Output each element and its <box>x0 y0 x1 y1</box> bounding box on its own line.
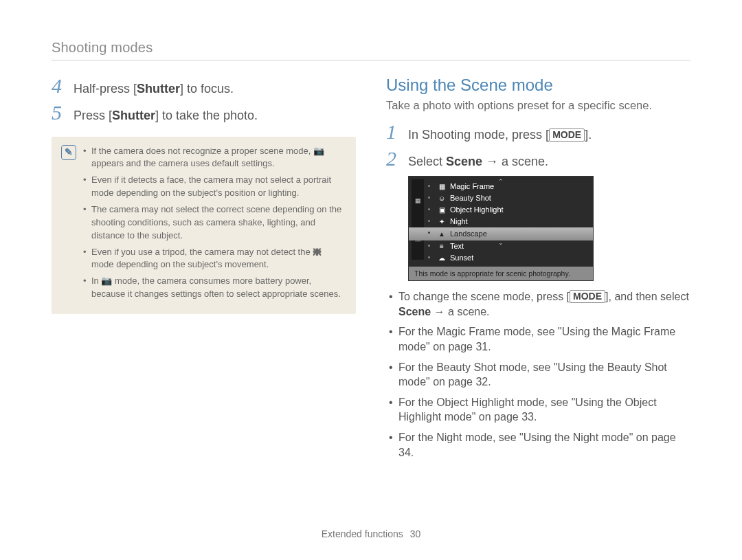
step: 5Press [Shutter] to take the photo. <box>52 102 356 124</box>
follow-item: For the Beauty Shot mode, see "Using the… <box>386 360 690 390</box>
mode-button-label: MODE <box>570 290 605 303</box>
scene-item-icon: ▦ <box>438 183 446 190</box>
scene-menu-item[interactable]: ≡Text <box>409 240 593 252</box>
scene-item-label: Beauty Shot <box>450 194 491 202</box>
section-intro: Take a photo with options preset for a s… <box>386 99 690 112</box>
scene-item-label: Sunset <box>450 254 473 262</box>
step-text: Half-press [Shutter] to focus. <box>74 80 356 97</box>
scene-menu-screenshot: ▦🎬 ⌃ ⌄ ▦Magic Frame☺Beauty Shot▣Object H… <box>408 176 594 282</box>
page-header: Shooting modes <box>52 40 690 60</box>
scene-item-icon: ☁ <box>438 254 446 262</box>
scene-item-label: Night <box>450 217 468 225</box>
follow-up-notes: To change the scene mode, press [MODE], … <box>386 289 690 460</box>
note-item: If the camera does not recognize a prope… <box>83 145 346 171</box>
step-text: Press [Shutter] to take the photo. <box>74 107 356 124</box>
scene-item-label: Text <box>450 242 464 250</box>
step: 4Half-press [Shutter] to focus. <box>52 76 356 97</box>
step-text: Select Scene → a scene. <box>408 153 690 170</box>
step-number: 4 <box>52 76 67 96</box>
scene-menu-item[interactable]: ▲Landscape <box>409 227 593 240</box>
note-item: Even if you use a tripod, the camera may… <box>83 246 346 272</box>
page-footer: Extended functions 30 <box>0 528 742 539</box>
scene-item-icon: ≡ <box>438 243 446 250</box>
scene-item-label: Landscape <box>450 229 487 238</box>
step-number: 5 <box>52 102 67 123</box>
left-column: 4Half-press [Shutter] to focus.5Press [S… <box>52 76 356 465</box>
note-icon: ✎ <box>61 145 76 160</box>
note-box: ✎If the camera does not recognize a prop… <box>52 137 356 314</box>
note-list: If the camera does not recognize a prope… <box>83 145 346 304</box>
scene-menu-description: This mode is appropriate for scenic phot… <box>409 267 593 281</box>
content-columns: 4Half-press [Shutter] to focus.5Press [S… <box>52 76 690 465</box>
scene-menu-item[interactable]: ✦Night <box>409 216 593 227</box>
follow-item: To change the scene mode, press [MODE], … <box>386 289 690 319</box>
step-text: In Shooting mode, press [MODE]. <box>408 126 690 143</box>
step-number: 2 <box>386 148 401 169</box>
scene-item-label: Magic Frame <box>450 182 494 190</box>
mode-button-label: MODE <box>549 128 585 142</box>
scene-item-icon: ☺ <box>438 194 446 202</box>
footer-page-number: 30 <box>410 528 421 539</box>
section-title: Using the Scene mode <box>386 76 690 95</box>
scene-menu-item[interactable]: ☁Sunset <box>409 252 593 264</box>
right-column: Using the Scene mode Take a photo with o… <box>386 76 690 465</box>
follow-item: For the Night mode, see "Using the Night… <box>386 430 690 460</box>
step-number: 1 <box>386 122 401 142</box>
follow-item: For the Magic Frame mode, see "Using the… <box>386 324 690 354</box>
step: 2Select Scene → a scene. <box>386 148 690 170</box>
scene-item-label: Object Highlight <box>450 205 504 214</box>
footer-section: Extended functions <box>322 528 403 539</box>
follow-item: For the Object Highlight mode, see "Usin… <box>386 395 690 425</box>
note-item: The camera may not select the correct sc… <box>83 203 346 243</box>
scene-menu-item[interactable]: ▣Object Highlight <box>409 204 593 216</box>
scene-item-icon: ✦ <box>438 218 446 225</box>
scene-item-icon: ▲ <box>438 230 446 238</box>
scene-menu-item[interactable]: ☺Beauty Shot <box>409 192 593 204</box>
scene-menu-item[interactable]: ▦Magic Frame <box>409 181 593 192</box>
note-item: Even if it detects a face, the camera ma… <box>83 174 346 200</box>
scene-item-icon: ▣ <box>438 206 446 214</box>
scene-menu-list: ⌃ ⌄ ▦Magic Frame☺Beauty Shot▣Object High… <box>409 177 593 267</box>
step: 1In Shooting mode, press [MODE]. <box>386 122 690 143</box>
note-item: In 📷 mode, the camera consumes more batt… <box>83 275 346 301</box>
